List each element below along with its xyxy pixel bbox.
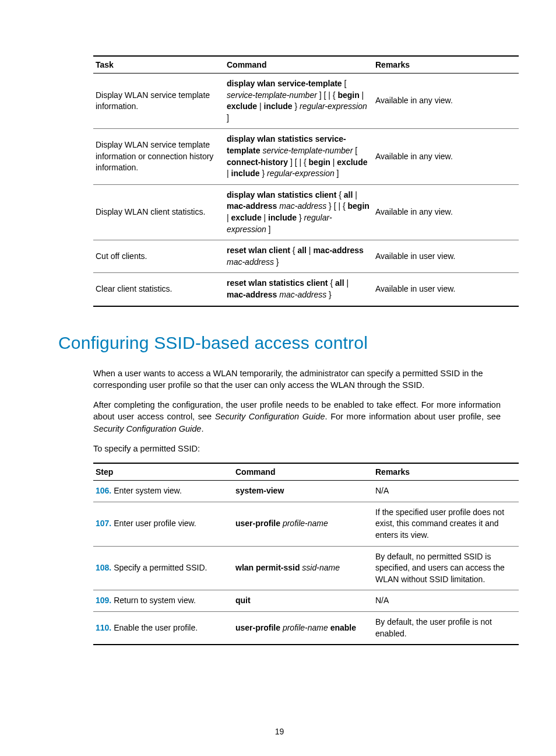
table-row: Display WLAN service template informatio… <box>93 129 519 184</box>
th-task: Task <box>93 56 224 74</box>
cell-remarks: Available in user view. <box>373 273 519 306</box>
cell-task: Display WLAN client statistics. <box>93 184 224 240</box>
reference: Security Configuration Guide <box>215 412 325 421</box>
cell-command: display wlan statistics client { all | m… <box>224 184 373 240</box>
cell-remarks: If the specified user profile does not e… <box>373 502 519 546</box>
cell-remarks: By default, the user profile is not enab… <box>373 612 519 645</box>
cell-command: reset wlan client { all | mac-address ma… <box>224 240 373 273</box>
text: . For more information about user profil… <box>325 412 501 421</box>
page: Task Command Remarks Display WLAN servic… <box>0 0 556 756</box>
cell-remarks: N/A <box>373 590 519 612</box>
table-row: Cut off clients.reset wlan client { all … <box>93 240 519 273</box>
cell-task: Clear client statistics. <box>93 273 224 306</box>
th-command: Command <box>233 463 373 481</box>
th-remarks: Remarks <box>373 56 519 74</box>
cell-task: Cut off clients. <box>93 240 224 273</box>
paragraph: When a user wants to access a WLAN tempo… <box>93 368 501 391</box>
cell-task: Display WLAN service template informatio… <box>93 74 224 129</box>
paragraph: To specify a permitted SSID: <box>93 443 501 454</box>
cell-command: display wlan service-template [ service-… <box>224 74 373 129</box>
table-row: Display WLAN service template informatio… <box>93 74 519 129</box>
cell-step: 110. Enable the user profile. <box>93 612 233 645</box>
cell-command: quit <box>233 590 373 612</box>
cell-remarks: Available in user view. <box>373 240 519 273</box>
cell-command: display wlan statistics service-template… <box>224 129 373 184</box>
table-row: 106. Enter system view.system-viewN/A <box>93 481 519 502</box>
reference: Security Configuration Guide <box>93 424 201 433</box>
cell-command: reset wlan statistics client { all | mac… <box>224 273 373 306</box>
cell-remarks: By default, no permitted SSID is specifi… <box>373 546 519 590</box>
table-row: 108. Specify a permitted SSID.wlan permi… <box>93 546 519 590</box>
table-row: 107. Enter user profile view.user-profil… <box>93 502 519 546</box>
cell-task: Display WLAN service template informatio… <box>93 129 224 184</box>
cell-step: 107. Enter user profile view. <box>93 502 233 546</box>
cell-remarks: Available in any view. <box>373 184 519 240</box>
cell-command: user-profile profile-name <box>233 502 373 546</box>
table-row: 110. Enable the user profile.user-profil… <box>93 612 519 645</box>
cell-command: user-profile profile-name enable <box>233 612 373 645</box>
cell-command: wlan permit-ssid ssid-name <box>233 546 373 590</box>
table-steps: Step Command Remarks 106. Enter system v… <box>93 463 519 645</box>
cell-step: 108. Specify a permitted SSID. <box>93 546 233 590</box>
th-remarks: Remarks <box>373 463 519 481</box>
table-row: 109. Return to system view.quitN/A <box>93 590 519 612</box>
cell-remarks: Available in any view. <box>373 129 519 184</box>
cell-remarks: Available in any view. <box>373 74 519 129</box>
text: . <box>201 424 203 433</box>
page-number: 19 <box>58 727 501 736</box>
table-row: Display WLAN client statistics.display w… <box>93 184 519 240</box>
cell-command: system-view <box>233 481 373 502</box>
paragraph: After completing the configuration, the … <box>93 399 501 435</box>
cell-step: 109. Return to system view. <box>93 590 233 612</box>
cell-step: 106. Enter system view. <box>93 481 233 502</box>
table-row: Clear client statistics.reset wlan stati… <box>93 273 519 306</box>
th-step: Step <box>93 463 233 481</box>
cell-remarks: N/A <box>373 481 519 502</box>
table-commands: Task Command Remarks Display WLAN servic… <box>93 55 519 307</box>
th-command: Command <box>224 56 373 74</box>
section-heading: Configuring SSID-based access control <box>58 333 501 353</box>
